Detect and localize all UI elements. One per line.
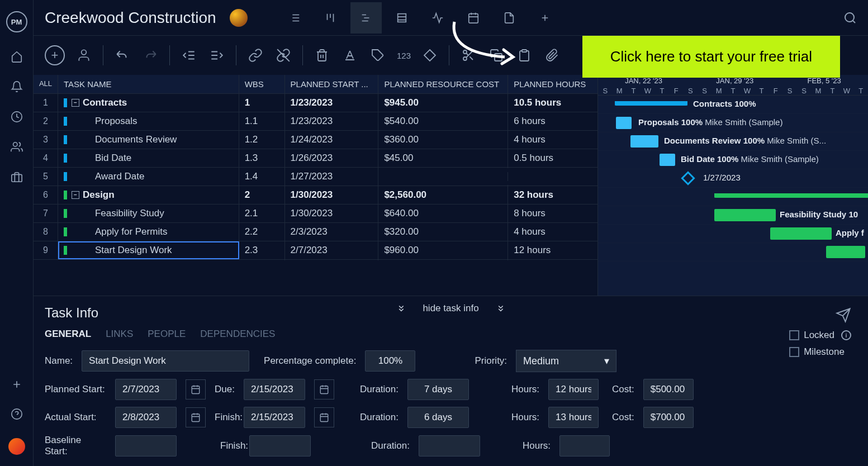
col-header-wbs[interactable]: WBS xyxy=(239,75,285,93)
clock-icon[interactable] xyxy=(11,111,23,123)
tab-links[interactable]: LINKS xyxy=(106,329,133,340)
hours2-input[interactable] xyxy=(548,407,599,428)
actual-start-input[interactable] xyxy=(115,407,177,428)
gantt-bar[interactable] xyxy=(770,227,832,240)
planned-start-input[interactable] xyxy=(115,379,177,400)
add-task-button[interactable]: + xyxy=(45,45,65,65)
table-row[interactable]: 2 Proposals 1.1 1/23/2023 $540.00 6 hour… xyxy=(34,112,597,131)
col-header-start[interactable]: PLANNED START ... xyxy=(285,75,379,93)
table-row[interactable]: 5 Award Date 1.4 1/27/2023 xyxy=(34,168,597,186)
table-row[interactable]: 3 Documents Review 1.2 1/24/2023 $360.00… xyxy=(34,131,597,149)
user-avatar[interactable] xyxy=(8,438,25,455)
baseline-duration-input[interactable] xyxy=(419,435,480,457)
briefcase-icon[interactable] xyxy=(11,171,23,183)
calendar-icon[interactable] xyxy=(186,379,206,400)
view-board-icon[interactable] xyxy=(315,2,346,34)
calendar-icon[interactable] xyxy=(314,379,334,400)
milestone-marker[interactable] xyxy=(681,171,695,185)
search-icon[interactable] xyxy=(843,11,857,25)
delete-icon[interactable] xyxy=(313,46,331,64)
gantt-bar[interactable] xyxy=(615,101,687,106)
baseline-finish-input[interactable] xyxy=(249,435,311,457)
pct-input[interactable] xyxy=(365,350,415,372)
view-file-icon[interactable] xyxy=(494,2,525,34)
cta-banner[interactable]: Click here to start your free trial xyxy=(582,36,840,78)
redo-icon[interactable] xyxy=(141,46,159,64)
gantt-row[interactable]: Bid Date 100% Mike Smith (Sample) xyxy=(598,151,868,169)
gantt-bar[interactable] xyxy=(630,135,658,148)
undo-icon[interactable] xyxy=(113,46,131,64)
gantt-row[interactable]: 1/27/2023 xyxy=(598,169,868,188)
table-row[interactable]: 9 Start Design Work 2.3 2/7/2023 $960.00… xyxy=(34,241,597,260)
copy-icon[interactable] xyxy=(487,46,505,64)
duration-input[interactable] xyxy=(407,379,469,400)
indent-icon[interactable] xyxy=(208,46,226,64)
gantt-bar[interactable] xyxy=(714,193,868,198)
calendar-icon[interactable] xyxy=(314,407,334,427)
gantt-row[interactable]: Feasibility Study 10 xyxy=(598,206,868,225)
baseline-start-input[interactable] xyxy=(115,435,177,457)
gantt-bar[interactable] xyxy=(616,117,632,129)
project-avatar[interactable] xyxy=(230,9,248,27)
gantt-row[interactable] xyxy=(598,188,868,206)
view-activity-icon[interactable] xyxy=(422,2,453,34)
hide-task-info-button[interactable]: hide task info xyxy=(396,303,505,314)
due-input[interactable] xyxy=(244,379,305,400)
view-list-icon[interactable] xyxy=(279,2,310,34)
baseline-hours-input[interactable] xyxy=(559,435,610,457)
view-add-icon[interactable] xyxy=(529,2,561,34)
outdent-icon[interactable] xyxy=(180,46,198,64)
attach-icon[interactable] xyxy=(543,46,561,64)
view-calendar-icon[interactable] xyxy=(458,2,489,34)
cost-input[interactable] xyxy=(643,379,694,400)
table-row[interactable]: 8 Apply for Permits 2.2 2/3/2023 $320.00… xyxy=(34,223,597,241)
bell-icon[interactable] xyxy=(11,80,23,93)
name-input[interactable] xyxy=(82,350,249,372)
gantt-bar[interactable] xyxy=(660,154,675,166)
tab-people[interactable]: PEOPLE xyxy=(148,329,186,340)
gantt-row[interactable]: Contracts 100% xyxy=(598,96,868,114)
tag-icon[interactable] xyxy=(369,46,387,64)
duration2-input[interactable] xyxy=(407,407,469,428)
info-icon[interactable]: i xyxy=(841,330,851,340)
assign-user-icon[interactable] xyxy=(75,46,93,64)
milestone-icon[interactable] xyxy=(421,46,439,64)
home-icon[interactable] xyxy=(11,50,23,63)
table-row[interactable]: 7 Feasibility Study 2.1 1/30/2023 $640.0… xyxy=(34,205,597,223)
table-row[interactable]: 6 −Design 2 1/30/2023 $2,560.00 32 hours xyxy=(34,186,597,205)
app-logo[interactable]: PM xyxy=(6,11,27,32)
cut-icon[interactable] xyxy=(459,46,477,64)
people-icon[interactable] xyxy=(11,141,23,153)
priority-select[interactable]: Medium▾ xyxy=(516,350,616,372)
table-row[interactable]: 1 −Contracts 1 1/23/2023 $945.00 10.5 ho… xyxy=(34,94,597,112)
view-gantt-icon[interactable] xyxy=(350,2,382,34)
col-header-name[interactable]: TASK NAME xyxy=(58,75,239,93)
col-header-all[interactable]: ALL xyxy=(34,75,58,93)
number-icon[interactable]: 123 xyxy=(397,46,411,64)
gantt-row[interactable] xyxy=(598,243,868,261)
gantt-row[interactable]: Proposals 100% Mike Smith (Sample) xyxy=(598,114,868,132)
cost2-input[interactable] xyxy=(643,407,694,428)
unlink-icon[interactable] xyxy=(274,46,292,64)
collapse-icon[interactable]: − xyxy=(72,99,79,107)
calendar-icon[interactable] xyxy=(186,407,206,427)
tab-general[interactable]: GENERAL xyxy=(45,329,91,340)
view-sheet-icon[interactable] xyxy=(386,2,418,34)
gantt-chart[interactable]: JAN, 22 '23JAN, 29 '23FEB, 5 '23 SMTWTFS… xyxy=(598,75,868,296)
gantt-bar[interactable] xyxy=(826,246,865,258)
text-style-icon[interactable] xyxy=(341,46,359,64)
milestone-checkbox[interactable]: Milestone xyxy=(789,346,851,358)
col-header-cost[interactable]: PLANNED RESOURCE COST xyxy=(378,75,508,93)
tab-dependencies[interactable]: DEPENDENCIES xyxy=(200,329,275,340)
plus-icon[interactable] xyxy=(11,379,22,390)
link-icon[interactable] xyxy=(246,46,264,64)
hours-input[interactable] xyxy=(548,379,599,400)
finish-input[interactable] xyxy=(244,407,305,428)
locked-checkbox[interactable]: Lockedi xyxy=(789,330,851,341)
help-icon[interactable] xyxy=(11,408,23,420)
gantt-bar[interactable] xyxy=(714,209,776,221)
gantt-row[interactable]: Documents Review 100% Mike Smith (S... xyxy=(598,132,868,151)
paste-icon[interactable] xyxy=(515,46,533,64)
table-row[interactable]: 4 Bid Date 1.3 1/26/2023 $45.00 0.5 hour… xyxy=(34,149,597,168)
gantt-row[interactable]: Apply f xyxy=(598,225,868,243)
